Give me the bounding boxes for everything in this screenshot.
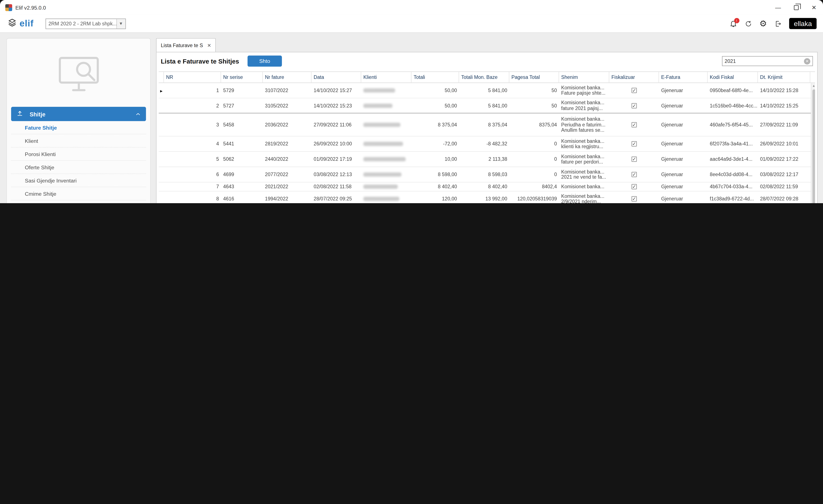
layers-icon (7, 18, 17, 27)
column-header-nr-serise[interactable]: Nr serise (221, 72, 263, 82)
column-header-totali[interactable]: Totali (412, 72, 459, 82)
cell-totali: 8 402,40 (412, 182, 459, 191)
column-header-data[interactable]: Data (312, 72, 361, 82)
notifications-bell-icon[interactable]: ! (729, 20, 737, 27)
search-value: 2021 (725, 58, 804, 64)
row-indicator-cell (159, 191, 164, 203)
column-header-nr-fature[interactable]: Nr fature (263, 72, 312, 82)
scrollbar-thumb[interactable] (812, 89, 815, 203)
cell-pagesa-total: 50 (509, 98, 559, 113)
sidebar-item-faturim-i-shumefishte[interactable]: Faturim i shumefishte (11, 200, 146, 203)
cell-kodi-fiskal: 1c516be0-46be-4cc... (708, 98, 758, 113)
column-header-totali-mon-baze[interactable]: Totali Mon. Baze (459, 72, 509, 82)
cell-data: 27/09/2022 11:06 (312, 114, 361, 136)
column-header-kodi-fiskal[interactable]: Kodi Fiskal (708, 72, 758, 82)
cell-fiskalizuar: ✓ (609, 83, 659, 98)
cell-fiskalizuar: ✓ (609, 152, 659, 167)
table-vertical-scrollbar[interactable]: ▲▼ (811, 83, 815, 203)
page-title: Lista e Faturave te Shitjes (161, 57, 239, 65)
window-titlebar: Elif v2.95.0.0 — ✕ (0, 0, 823, 15)
fiskalizuar-checkbox[interactable]: ✓ (632, 172, 637, 177)
cell-totali-mon-baze: 8 402,40 (459, 182, 509, 191)
cell-nr: 7 (164, 182, 221, 191)
upload-icon (16, 110, 23, 117)
tab-close-icon[interactable]: ✕ (207, 43, 211, 48)
table-row[interactable]: 846161994/202228/07/2022 09:25120,0013 9… (159, 191, 815, 203)
client-redacted-blur (363, 172, 401, 177)
cell-nr: 3 (164, 114, 221, 136)
column-header-e-fatura[interactable]: E-Fatura (659, 72, 708, 82)
cell-fiskalizuar: ✓ (609, 98, 659, 113)
sync-icon[interactable] (745, 20, 752, 27)
search-input[interactable]: 2021 ✕ (722, 56, 813, 66)
column-header-nr[interactable]: NR (164, 72, 221, 82)
sidebar-group-shitje[interactable]: Shitje (11, 107, 146, 121)
company-select[interactable]: 2RM 2020 2 - 2RM Lab shpk... ▼ (45, 18, 126, 29)
logout-icon[interactable] (774, 20, 782, 27)
cell-nr: 8 (164, 191, 221, 203)
cell-fiskalizuar: ✓ (609, 167, 659, 182)
cell-totali-mon-baze: 8 375,04 (459, 114, 509, 136)
current-row-indicator-icon: ▶ (160, 89, 162, 92)
cell-nr-serise: 5458 (221, 114, 263, 136)
user-badge[interactable]: ellaka (789, 18, 817, 29)
table-row[interactable]: 257273105/202214/10/2022 15:2350,005 841… (159, 98, 815, 114)
sidebar-item-klient[interactable]: Klient (11, 134, 146, 148)
sidebar-item-porosi-klienti[interactable]: Porosi Klienti (11, 148, 146, 161)
close-button[interactable]: ✕ (805, 0, 823, 15)
cell-shenim: Komisionet banka...fature per perdori... (559, 152, 609, 167)
tab-bar: Lista Faturave te S ✕ (156, 38, 818, 52)
column-header-pagesa-total[interactable]: Pagesa Total (509, 72, 559, 82)
cell-dt-krijimit: 02/08/2022 11:59 (758, 182, 810, 191)
fiskalizuar-checkbox[interactable]: ✓ (632, 141, 637, 147)
column-header-dt-krijimit[interactable]: Dt. Krijimit (758, 72, 810, 82)
table-row[interactable]: 646992077/202203/08/2022 12:138 598,008 … (159, 167, 815, 182)
cell-data: 26/09/2022 10:00 (312, 137, 361, 151)
fiskalizuar-checkbox[interactable]: ✓ (632, 184, 637, 189)
sidebar-item-oferte-shitje[interactable]: Oferte Shitje (11, 161, 146, 174)
sidebar-item-fature-shitje[interactable]: Fature Shitje (11, 121, 146, 134)
table-row[interactable]: 550622440/202201/09/2022 17:1910,002 113… (159, 152, 815, 167)
settings-gear-icon[interactable]: ⚙ (760, 19, 767, 28)
table-row[interactable]: 454412819/202226/09/2022 10:00-72,00-8 4… (159, 137, 815, 152)
column-header-shenim[interactable]: Shenim (559, 72, 609, 82)
column-header-klienti[interactable]: Klienti (361, 72, 412, 82)
tab-label: Lista Faturave te S (161, 42, 203, 48)
monitor-search-icon (56, 51, 101, 97)
search-clear-icon[interactable]: ✕ (804, 58, 810, 64)
sync-icon (745, 20, 752, 27)
add-invoice-button[interactable]: Shto (248, 55, 282, 66)
cell-e-fatura: Gjeneruar (659, 83, 708, 98)
fiskalizuar-checkbox[interactable]: ✓ (632, 196, 637, 201)
cell-fiskalizuar: ✓ (609, 137, 659, 151)
cell-totali-mon-baze: 8 598,03 (459, 167, 509, 182)
cell-shenim: Komisionet banka... (559, 182, 609, 191)
cell-totali-mon-baze: 2 113,38 (459, 152, 509, 167)
table-row[interactable]: 354582036/202227/09/2022 11:068 375,048 … (159, 114, 815, 137)
cell-data: 14/10/2022 15:23 (312, 98, 361, 113)
app-icon (5, 4, 12, 11)
restore-button[interactable] (787, 0, 805, 15)
cell-nr: 1 (164, 83, 221, 98)
window-controls: — ✕ (769, 0, 823, 15)
cell-e-fatura: Gjeneruar (659, 98, 708, 113)
tab-lista-faturave[interactable]: Lista Faturave te S ✕ (156, 38, 216, 52)
appbar-actions: ! ⚙ ellaka (729, 18, 817, 29)
column-header-fiskalizuar[interactable]: Fiskalizuar (609, 72, 659, 82)
table-row[interactable]: 746432021/202202/08/2022 11:588 402,408 … (159, 182, 815, 191)
cell-totali: 8 598,00 (412, 167, 459, 182)
chevron-down-icon[interactable]: ▼ (116, 19, 125, 28)
cell-totali-mon-baze: 13 992,00 (459, 191, 509, 203)
fiskalizuar-checkbox[interactable]: ✓ (632, 157, 637, 162)
sidebar-shitje-items: Fature ShitjeKlientPorosi KlientiOferte … (11, 121, 146, 203)
minimize-button[interactable]: — (769, 0, 787, 15)
sidebar-item-cmime-shitje[interactable]: Cmime Shitje (11, 187, 146, 200)
cell-pagesa-total: 50 (509, 83, 559, 98)
fiskalizuar-checkbox[interactable]: ✓ (632, 103, 637, 108)
app-header: elif 2RM 2020 2 - 2RM Lab shpk... ▼ ! ⚙ … (0, 15, 823, 33)
fiskalizuar-checkbox[interactable]: ✓ (632, 88, 637, 93)
table-row[interactable]: ▶157293107/202214/10/2022 15:2750,005 84… (159, 83, 815, 98)
sidebar-item-sasi-gjendje-inventari[interactable]: Sasi Gjendje Inventari (11, 174, 146, 187)
fiskalizuar-checkbox[interactable]: ✓ (632, 122, 637, 128)
scroll-up-icon[interactable]: ▲ (811, 83, 815, 88)
